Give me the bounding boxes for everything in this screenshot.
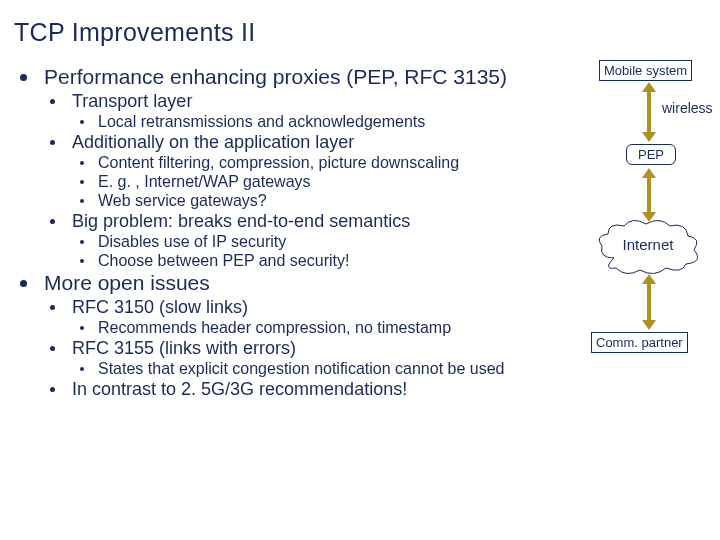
bullet-web-svc: Web service gateways?	[74, 192, 708, 210]
slide-title: TCP Improvements II	[14, 18, 708, 47]
bullet-content-filter: Content filtering, compression, picture …	[74, 154, 708, 172]
bullet-disables-ipsec: Disables use of IP security	[74, 233, 708, 251]
bullet-transport-layer: Transport layer	[44, 91, 708, 112]
bullet-gateways: E. g. , Internet/WAP gateways	[74, 173, 708, 191]
bullet-big-problem: Big problem: breaks end-to-end semantics	[44, 211, 708, 232]
bullet-pep: Performance enhancing proxies (PEP, RFC …	[14, 65, 708, 89]
bullet-rfc3155: RFC 3155 (links with errors)	[44, 338, 708, 359]
bullet-recommends: Recommends header compression, no timest…	[74, 319, 708, 337]
bullet-additional-app-layer: Additionally on the application layer	[44, 132, 708, 153]
bullet-contrast: In contrast to 2. 5G/3G recommendations!	[44, 379, 708, 400]
bullet-rfc3150: RFC 3150 (slow links)	[44, 297, 708, 318]
bullet-more-open: More open issues	[14, 271, 708, 295]
slide-body: Performance enhancing proxies (PEP, RFC …	[14, 65, 708, 400]
bullet-local-retrans: Local retransmissions and acknowledgemen…	[74, 113, 708, 131]
bullet-choose: Choose between PEP and security!	[74, 252, 708, 270]
bullet-states-ecn: States that explicit congestion notifica…	[74, 360, 708, 378]
